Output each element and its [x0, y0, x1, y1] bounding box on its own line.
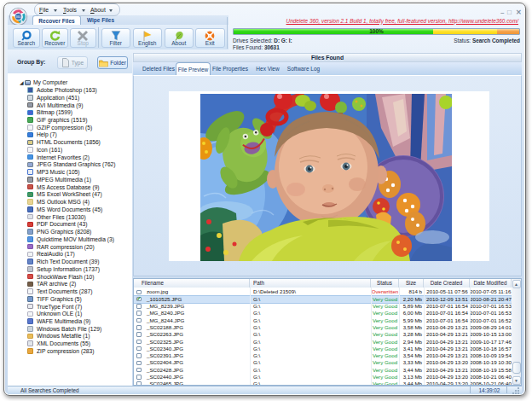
svg-text:360: 360 — [15, 15, 20, 19]
